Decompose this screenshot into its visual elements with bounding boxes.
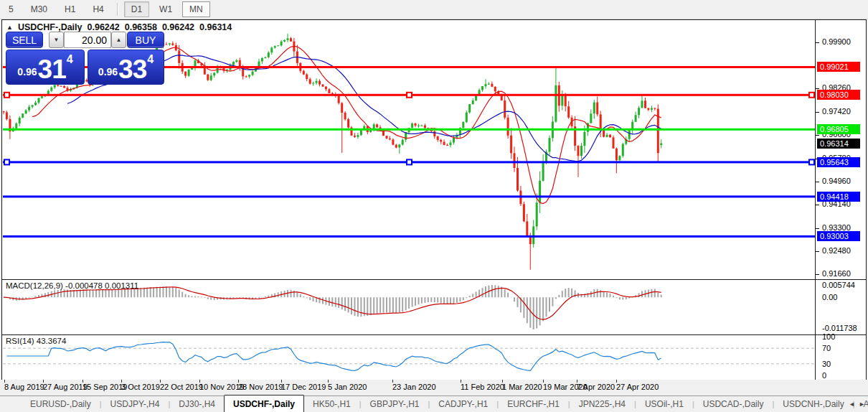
rsi-label: RSI(14) 43.3674 <box>6 337 66 345</box>
ohlc-close: 0.96314 <box>199 22 232 32</box>
price-tick <box>816 182 819 182</box>
rsi-axis-label: 70 <box>822 344 831 352</box>
price-tick <box>816 251 819 252</box>
hline-price-tag: 0.93003 <box>817 231 860 241</box>
hline-price-tag: 0.99021 <box>817 62 860 72</box>
tab-usdjpy-h4[interactable]: USDJPY-,H4 <box>102 396 169 412</box>
tab-eurchf-h1[interactable]: EURCHF-,H1 <box>499 396 568 412</box>
date-label: 3 Oct 2019 <box>121 383 160 391</box>
tab-dj30-h4[interactable]: DJ30-,H4 <box>170 396 224 412</box>
tab-usdcad-daily[interactable]: USDCAD-,Daily <box>694 396 773 412</box>
price-tick <box>816 88 819 89</box>
price-tick-label: 0.99900 <box>822 37 851 46</box>
mt4-window: 5M30H1H4D1W1MN ▲ USDCHF-,Daily 0.96242 0… <box>0 0 868 412</box>
current-price-tag: 0.96314 <box>817 139 860 149</box>
date-label: 8 Aug 2019 <box>4 383 44 391</box>
tab-usoil-h1[interactable]: USOil-,H1 <box>636 396 692 412</box>
tab-jpn225-h4[interactable]: JPN225-,H4 <box>570 396 634 412</box>
rsi-axis-label: 0 <box>822 371 826 380</box>
hline-price-tag: 0.94418 <box>817 192 860 202</box>
timeframe-button-mn[interactable]: MN <box>182 1 210 17</box>
timeframe-toolbar: 5M30H1H4D1W1MN <box>0 0 868 19</box>
price-tick-label: 0.92480 <box>822 246 851 255</box>
chart-area: ▲ USDCHF-,Daily 0.96242 0.96358 0.96242 … <box>1 19 867 381</box>
date-label: 28 Nov 2019 <box>238 383 283 391</box>
sell-price-prefix: 0.96 <box>17 66 37 78</box>
tab-usdcnh-daily[interactable]: USDCNH-,Daily <box>774 396 852 412</box>
date-label: 17 Dec 2019 <box>281 383 326 391</box>
macd-label: MACD(12,26,9) -0.000478 0.001311 <box>6 281 138 290</box>
volume-increase-button[interactable]: ▲ <box>111 32 126 48</box>
ohlc-low: 0.96242 <box>162 22 194 32</box>
date-label: 5 Jan 2020 <box>328 383 367 391</box>
one-click-trade-panel: SELL ▼ ▲ BUY 0.96 31 4 0.96 33 4 <box>6 32 165 86</box>
volume-decrease-button[interactable]: ▼ <box>49 32 64 48</box>
tab-cadjpy-h1[interactable]: CADJPY-,H1 <box>430 396 496 412</box>
date-label: 11 Feb 2020 <box>461 383 504 391</box>
macd-signal-value: 0.001311 <box>105 281 138 290</box>
date-label: 27 Apr 2020 <box>616 383 659 391</box>
date-axis: 8 Aug 201927 Aug 201915 Sep 20193 Oct 20… <box>0 380 868 395</box>
date-label: 23 Jan 2020 <box>392 383 436 391</box>
sell-price-box[interactable]: 0.96 31 4 <box>6 50 85 85</box>
macd-main-value: -0.000478 <box>65 281 103 290</box>
rsi-axis-label: 100 <box>822 332 835 341</box>
rsi-axis-label: 30 <box>822 360 831 368</box>
date-label: 27 Aug 2019 <box>43 383 88 391</box>
timeframe-button-d1[interactable]: D1 <box>124 1 149 17</box>
price-tick <box>816 228 819 229</box>
timeframe-button-h1[interactable]: H1 <box>57 1 82 17</box>
buy-price-prefix: 0.96 <box>98 66 118 78</box>
macd-axis-max: 0.005744 <box>822 281 855 289</box>
chart-tab-bar: EURUSD-,Daily|USDJPY-,H4|DJ30-,H4USDCHF-… <box>0 395 868 412</box>
hline-price-tag: 0.96805 <box>817 124 860 134</box>
buy-price-point: 4 <box>147 53 154 66</box>
sell-button[interactable]: SELL <box>6 32 43 48</box>
price-tick-label: 0.91660 <box>822 269 851 278</box>
buy-button[interactable]: BUY <box>127 32 164 48</box>
chevron-up-icon: ▲ <box>116 37 122 43</box>
buy-price-box[interactable]: 0.96 33 4 <box>88 50 164 85</box>
ohlc-open: 0.96242 <box>88 22 120 32</box>
tab-usdchf-daily[interactable]: USDCHF-,Daily <box>224 395 304 412</box>
macd-axis-min: -0.011738 <box>822 324 857 332</box>
date-label: 7 Apr 2020 <box>577 383 615 391</box>
symbol-period-label: USDCHF-,Daily <box>18 22 82 32</box>
timeframe-button-h4[interactable]: H4 <box>85 1 110 17</box>
price-tick <box>816 205 819 205</box>
rsi-pane-divider <box>2 334 866 335</box>
buy-price-pips: 33 <box>118 58 146 80</box>
ohlc-high: 0.96358 <box>125 22 157 32</box>
tab-scroll-right-icon[interactable]: ► <box>859 401 865 408</box>
tab-eurusd-daily[interactable]: EURUSD-,Daily <box>22 396 100 412</box>
price-tick <box>816 274 819 275</box>
chevron-down-icon: ▼ <box>54 37 60 43</box>
macd-axis-zero: 0.00 <box>822 293 837 301</box>
date-label: 1 Mar 2020 <box>502 383 542 391</box>
tab-gbpjpy-h1[interactable]: GBPJPY-,H1 <box>362 396 428 412</box>
price-tick-label: 0.94960 <box>822 177 851 185</box>
rsi-indicator-pane[interactable] <box>3 335 815 380</box>
macd-pane-divider <box>2 279 866 280</box>
sell-price-point: 4 <box>67 53 73 66</box>
hline-price-tag: 0.95643 <box>817 157 860 167</box>
tab-hk50-h1[interactable]: HK50-,H1 <box>304 396 359 412</box>
timeframe-button-5[interactable]: 5 <box>1 1 21 17</box>
tab-scroll-left-icon[interactable]: ◄ <box>849 401 855 408</box>
rsi-value: 43.3674 <box>37 337 67 345</box>
price-tick <box>816 112 819 113</box>
price-tick <box>816 42 819 43</box>
timeframe-button-m30[interactable]: M30 <box>24 1 55 17</box>
date-label: 22 Oct 2019 <box>160 383 203 391</box>
sell-price-pips: 31 <box>38 58 66 80</box>
hline-price-tag: 0.98030 <box>817 90 860 100</box>
timeframe-button-w1[interactable]: W1 <box>152 1 179 17</box>
chart-ohlc-title: ▲ USDCHF-,Daily 0.96242 0.96358 0.96242 … <box>6 22 232 32</box>
price-tick-label: 0.97420 <box>822 107 851 116</box>
one-click-collapse-icon[interactable]: ▲ <box>6 24 13 31</box>
axis-divider <box>815 20 816 380</box>
price-tick <box>816 135 819 136</box>
toolbar-separator <box>117 3 118 16</box>
volume-input[interactable] <box>64 32 111 48</box>
